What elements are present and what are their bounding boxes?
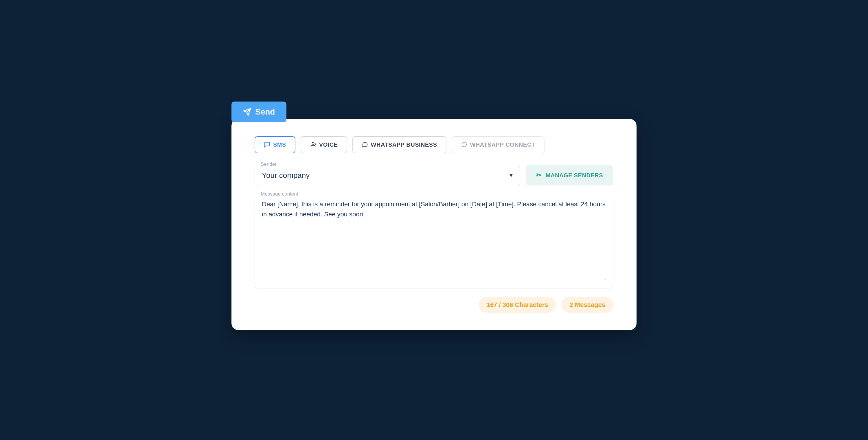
sender-select-wrapper: Sender Your company ▾ [255, 165, 520, 186]
send-button[interactable]: Send [231, 101, 286, 122]
send-icon [243, 108, 251, 116]
message-section: Message content [255, 195, 613, 288]
send-label: Send [255, 107, 275, 117]
sender-dropdown[interactable]: Sender Your company ▾ [255, 165, 520, 186]
manage-senders-label: MANAGE SENDERS [546, 172, 603, 179]
dropdown-arrow-icon: ▾ [509, 171, 513, 179]
tab-whatsapp-connect[interactable]: WHATSAPP CONNECT [452, 136, 545, 153]
sender-section: Sender Your company ▾ ✂ MANAGE SENDERS [255, 165, 613, 186]
tab-whatsapp-connect-label: WHATSAPP CONNECT [470, 142, 535, 148]
voice-icon [310, 142, 316, 148]
message-field-wrapper: Message content [255, 195, 613, 288]
whatsapp-connect-icon [461, 142, 467, 148]
sender-value: Your company [262, 171, 310, 180]
tab-sms[interactable]: SMS [255, 136, 296, 153]
sms-icon [264, 142, 270, 148]
message-label: Message content [259, 191, 300, 197]
tab-voice-label: VOICE [319, 142, 338, 148]
main-card: SMS VOICE WHATSAPP BUS [231, 119, 637, 330]
manage-senders-icon: ✂ [536, 171, 541, 179]
tab-sms-label: SMS [273, 142, 286, 148]
tab-voice[interactable]: VOICE [301, 136, 347, 153]
characters-badge: 167 / 306 Characters [478, 297, 556, 313]
manage-senders-button[interactable]: ✂ MANAGE SENDERS [526, 165, 613, 185]
messages-badge: 2 Messages [561, 297, 613, 313]
tabs-row: SMS VOICE WHATSAPP BUS [255, 136, 613, 153]
whatsapp-business-icon [362, 142, 368, 148]
tab-whatsapp-business[interactable]: WHATSAPP BUSINESS [352, 136, 446, 153]
message-textarea[interactable] [262, 199, 606, 280]
sender-label: Sender [259, 161, 278, 167]
stats-row: 167 / 306 Characters 2 Messages [255, 297, 613, 313]
outer-wrapper: Send SMS VO [231, 110, 637, 330]
sender-row: Sender Your company ▾ ✂ MANAGE SENDERS [255, 165, 613, 186]
tab-whatsapp-business-label: WHATSAPP BUSINESS [371, 142, 437, 148]
svg-point-0 [312, 142, 314, 144]
